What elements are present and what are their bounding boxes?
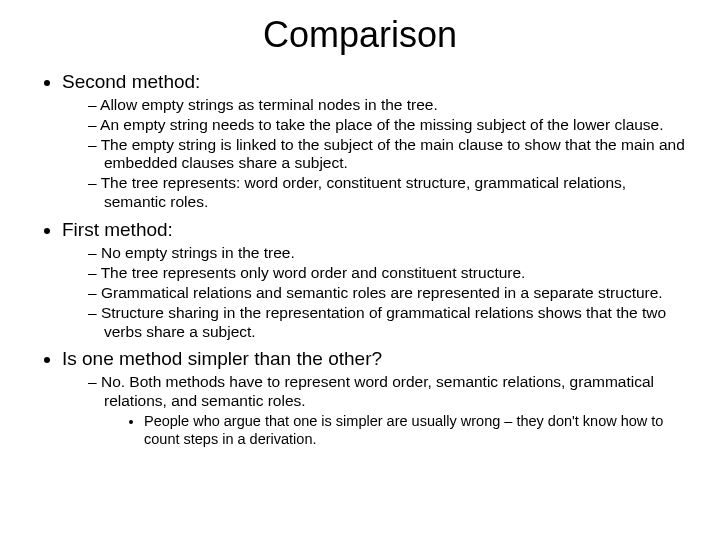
list-item: An empty string needs to take the place … xyxy=(88,116,690,135)
sub-list: No empty strings in the tree. The tree r… xyxy=(62,244,690,342)
list-item: People who argue that one is simpler are… xyxy=(144,413,690,448)
section-heading: First method: xyxy=(62,219,173,240)
sub-list: Allow empty strings as terminal nodes in… xyxy=(62,96,690,212)
list-item-text: No. Both methods have to represent word … xyxy=(101,373,654,409)
slide: Comparison Second method: Allow empty st… xyxy=(0,0,720,540)
section-second-method: Second method: Allow empty strings as te… xyxy=(62,70,690,212)
section-simpler-question: Is one method simpler than the other? No… xyxy=(62,347,690,448)
sub-sub-list: People who argue that one is simpler are… xyxy=(104,413,690,448)
list-item: Grammatical relations and semantic roles… xyxy=(88,284,690,303)
slide-title: Comparison xyxy=(30,14,690,56)
list-item: Structure sharing in the representation … xyxy=(88,304,690,342)
section-first-method: First method: No empty strings in the tr… xyxy=(62,218,690,341)
list-item: The tree represents only word order and … xyxy=(88,264,690,283)
section-heading: Is one method simpler than the other? xyxy=(62,348,382,369)
list-item: The tree represents: word order, constit… xyxy=(88,174,690,212)
section-heading: Second method: xyxy=(62,71,200,92)
list-item: Allow empty strings as terminal nodes in… xyxy=(88,96,690,115)
bullet-list: Second method: Allow empty strings as te… xyxy=(30,70,690,448)
list-item: The empty string is linked to the subjec… xyxy=(88,136,690,174)
list-item: No empty strings in the tree. xyxy=(88,244,690,263)
list-item: No. Both methods have to represent word … xyxy=(88,373,690,448)
sub-list: No. Both methods have to represent word … xyxy=(62,373,690,448)
